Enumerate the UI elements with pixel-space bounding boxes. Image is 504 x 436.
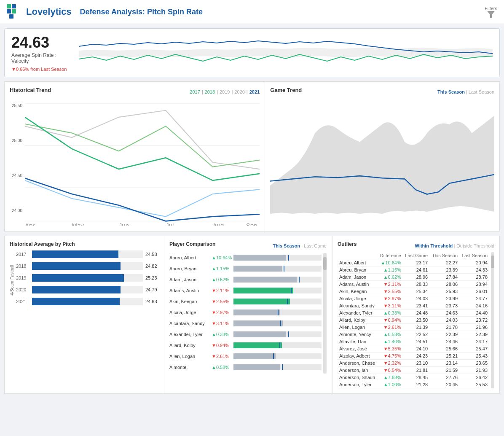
hist-avg-title: Historical Average by Pitch — [10, 241, 159, 247]
year-2019[interactable]: 2019 — [220, 89, 230, 94]
table-row: Alzolay, Adbert▼4.75%24.2325.2125.43 — [338, 353, 489, 360]
table-row: Akin, Keegan▼2.55%25.3425.9326.01 — [338, 288, 489, 295]
outliers-scrollbar[interactable] — [491, 252, 494, 388]
middle-row: Historical Trend 2017 | 2018 | 2019 | 20… — [4, 81, 500, 231]
outliers-tbody: Abreu, Albert▲10.64%23.1722.2720.94 Abre… — [338, 259, 489, 388]
col-diff[interactable]: Difference — [378, 252, 402, 259]
logo-text: Lovelytics — [26, 6, 72, 17]
table-row: Alexander, Tyler▲0.33%24.4824.6324.40 — [338, 310, 489, 317]
bar-row-2017: 2017 24.58 — [16, 250, 159, 258]
logo-icon — [7, 4, 22, 19]
table-row: Almonte, Yency▲0.58%22.5222.3922.39 — [338, 331, 489, 338]
player-comparison-panel: Player Comparison This Season | Last Gam… — [164, 236, 332, 394]
game-trend-title: Game Trend — [270, 87, 302, 93]
kpi-left: 24.63 Average Spin Rate : Velocity ▼0.66… — [11, 34, 70, 72]
table-row: Abreu, Albert▲10.64%23.1722.2720.94 — [338, 259, 489, 266]
svg-rect-2 — [7, 9, 11, 13]
bars-container: 2017 24.58 2018 24.82 2019 — [16, 250, 159, 310]
outliers-header: Outliers Within Threshold | Outside Thre… — [338, 241, 494, 250]
player-rows-wrap: Abreu, Albert ▲10.64% Abreu, Bryan ▲1.15… — [169, 253, 327, 374]
header: Lovelytics Defense Analysis: Pitch Spin … — [0, 0, 504, 24]
list-item: Almonte, ▲0.58% — [169, 363, 322, 372]
col-lastgame[interactable]: Last Game — [403, 252, 429, 259]
outliers-scrollbar-thumb[interactable] — [491, 256, 494, 268]
table-row: Anderson, Ian▼0.54%21.8121.5921.93 — [338, 367, 489, 374]
table-row: Alcantara, Sandy▼3.11%23.4123.7324.16 — [338, 302, 489, 310]
player-scrollbar-thumb[interactable] — [323, 257, 327, 270]
kpi-value: 24.63 — [11, 34, 70, 51]
comp-this-season[interactable]: This Season — [273, 243, 300, 248]
year-2020[interactable]: 2020 — [234, 89, 244, 94]
svg-text:Apr: Apr — [25, 222, 35, 226]
svg-rect-4 — [9, 14, 13, 19]
col-thisseason[interactable]: This Season — [429, 252, 459, 259]
comp-last-game[interactable]: Last Game — [304, 243, 327, 248]
bar-row-2021: 2021 24.63 — [16, 298, 159, 305]
svg-marker-5 — [487, 11, 495, 18]
table-row: Abreu, Bryan▲1.15%24.6123.3924.33 — [338, 266, 489, 274]
this-season-toggle[interactable]: This Season — [437, 89, 465, 94]
svg-text:Jul: Jul — [166, 222, 174, 226]
svg-rect-0 — [7, 4, 11, 8]
svg-rect-1 — [12, 4, 16, 8]
game-trend-panel: Game Trend This Season | Last Season — [265, 81, 500, 231]
list-item: Allard, Kolby ▼0.94% — [169, 341, 322, 350]
table-row: Allard, Kolby▼0.94%23.5024.0323.72 — [338, 317, 489, 324]
table-row: Altaville, Dan▲1.40%24.5124.4624.17 — [338, 338, 489, 345]
list-item: Adams, Austin ▼2.11% — [169, 286, 322, 295]
within-threshold[interactable]: Within Threshold — [415, 243, 453, 248]
table-row: Anderson, Chase▼2.32%23.1023.1423.65 — [338, 360, 489, 367]
player-comp-header: Player Comparison This Season | Last Gam… — [169, 241, 327, 250]
kpi-label: Average Spin Rate : Velocity — [11, 52, 70, 64]
filters-button[interactable]: Filters — [485, 6, 497, 18]
outliers-panel: Outliers Within Threshold | Outside Thre… — [332, 236, 500, 394]
svg-text:Jun: Jun — [119, 222, 129, 226]
table-row: Anderson, Tyler▲1.00%21.2820.4525.53 — [338, 381, 489, 388]
list-item: Alcantara, Sandy ▼3.11% — [169, 319, 322, 328]
col-lastseason[interactable]: Last Season — [459, 252, 489, 259]
list-item: Alexander, Tyler ▲0.33% — [169, 330, 322, 339]
filters-label: Filters — [485, 6, 497, 11]
player-scrollbar[interactable] — [323, 253, 327, 374]
bottom-row: Historical Average by Pitch 4-Seam Fastb… — [4, 236, 500, 394]
pitch-type-label: 4-Seam Fastball — [10, 265, 14, 296]
table-row: Anderson, Shaun▲7.68%28.4527.7626.42 — [338, 374, 489, 381]
year-2017[interactable]: 2017 — [190, 89, 200, 94]
season-toggle: This Season | Last Season — [437, 89, 494, 94]
svg-text:Aug: Aug — [213, 222, 224, 226]
year-2018[interactable]: 2018 — [205, 89, 215, 94]
kpi-sparkline — [79, 36, 493, 70]
table-row: Adam, Jason▲0.62%28.9627.8428.78 — [338, 274, 489, 281]
table-row: Allen, Logan▼2.61%21.3921.7821.96 — [338, 324, 489, 331]
bar-row-2018: 2018 24.82 — [16, 262, 159, 270]
table-row: Alcala, Jorge▼2.97%24.0323.9924.77 — [338, 295, 489, 302]
table-row: Álvarez, José▼5.35%24.1025.6625.47 — [338, 345, 489, 353]
threshold-toggle: Within Threshold | Outside Threshold — [415, 243, 494, 248]
comp-toggle: This Season | Last Game — [273, 243, 327, 248]
year-2021[interactable]: 2021 — [249, 89, 260, 94]
outliers-table: Difference Last Game This Season Last Se… — [338, 252, 489, 388]
col-name — [338, 252, 378, 259]
page-title: Defense Analysis: Pitch Spin Rate — [80, 8, 203, 16]
outside-threshold[interactable]: Outside Threshold — [456, 243, 494, 248]
list-item: Alcala, Jorge ▼2.97% — [169, 308, 322, 317]
bar-row-2019: 2019 25.23 — [16, 274, 159, 282]
kpi-change: ▼0.66% from Last Season — [11, 67, 70, 72]
outliers-title: Outliers — [338, 241, 357, 247]
outliers-table-wrap: Difference Last Game This Season Last Se… — [338, 252, 494, 388]
list-item: Adam, Jason ▲0.62% — [169, 275, 322, 284]
svg-text:May: May — [72, 222, 84, 226]
hist-avg-pitch-panel: Historical Average by Pitch 4-Seam Fastb… — [4, 236, 164, 394]
bar-row-2020: 2020 24.79 — [16, 286, 159, 293]
historical-chart: 25.50 25.00 24.50 24.00 — [10, 99, 260, 226]
list-item: Akin, Keegan ▼2.55% — [169, 297, 322, 306]
filter-icon — [487, 11, 495, 18]
last-season-toggle[interactable]: Last Season — [469, 89, 494, 94]
svg-text:Sep: Sep — [246, 222, 257, 226]
table-row: Adams, Austin▼2.11%28.3328.0628.94 — [338, 281, 489, 288]
player-comp-title: Player Comparison — [169, 241, 215, 247]
historical-trend-panel: Historical Trend 2017 | 2018 | 2019 | 20… — [4, 81, 265, 231]
game-trend-header: Game Trend This Season | Last Season — [270, 87, 494, 97]
year-filter: 2017 | 2018 | 2019 | 2020 | 2021 — [190, 89, 260, 94]
historical-trend-title: Historical Trend — [10, 87, 51, 93]
